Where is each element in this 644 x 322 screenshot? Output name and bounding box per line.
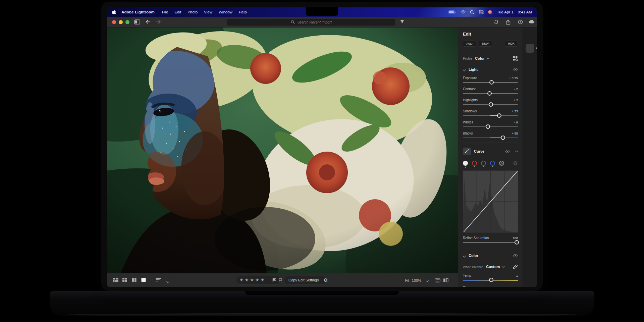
square-grid-view-icon[interactable]: [122, 277, 127, 282]
photo-grid-view-icon[interactable]: [113, 277, 119, 282]
menu-item-file[interactable]: File: [162, 10, 168, 14]
rail-keywords-icon[interactable]: [526, 263, 534, 272]
star-icon[interactable]: ★: [239, 276, 244, 284]
curve-reset-icon[interactable]: [513, 161, 518, 166]
curve-channel-red[interactable]: [472, 161, 477, 166]
slider-track[interactable]: [463, 138, 518, 138]
curve-collapse-chevron-icon[interactable]: [515, 149, 518, 152]
notifications-bell-icon[interactable]: [494, 19, 499, 24]
share-icon[interactable]: [506, 19, 511, 25]
slider-knob[interactable]: [489, 102, 493, 107]
close-window-button[interactable]: [112, 20, 116, 24]
light-collapse-chevron-icon[interactable]: [463, 68, 466, 71]
spotlight-search-icon[interactable]: [470, 10, 474, 14]
curve-channel-luma[interactable]: [463, 161, 468, 166]
rail-info-icon[interactable]: [526, 279, 534, 287]
siri-icon[interactable]: [488, 10, 492, 14]
mode-button-auto[interactable]: Auto: [463, 41, 476, 47]
menu-item-help[interactable]: Help: [239, 10, 247, 14]
rail-heal-icon[interactable]: [526, 70, 534, 79]
star-icon[interactable]: ★: [261, 276, 265, 284]
profile-browse-icon[interactable]: [513, 56, 518, 61]
tone-curve-graph[interactable]: [463, 170, 518, 233]
slider-track[interactable]: [463, 115, 518, 116]
zoom-level[interactable]: 100%: [412, 278, 421, 282]
curve-visibility-eye-icon[interactable]: [505, 150, 510, 153]
compare-view-icon[interactable]: [131, 277, 137, 282]
rail-more-icon[interactable]: [526, 108, 534, 117]
profile-chevron-icon[interactable]: [487, 56, 489, 59]
white-balance-dropdown[interactable]: Custom: [486, 265, 500, 269]
slider-track[interactable]: [463, 126, 518, 127]
zoom-chevron-icon[interactable]: [426, 279, 429, 282]
slider-knob[interactable]: [489, 80, 494, 85]
star-icon[interactable]: ★: [245, 276, 249, 284]
rail-crop-icon[interactable]: [526, 58, 534, 67]
light-visibility-eye-icon[interactable]: [513, 68, 518, 71]
slider-track[interactable]: [463, 93, 518, 94]
menu-item-view[interactable]: View: [204, 10, 212, 14]
star-rating[interactable]: ★★★★★: [236, 276, 268, 284]
cloud-sync-icon[interactable]: [529, 19, 535, 24]
sync-status-icon[interactable]: [518, 19, 523, 24]
curve-channel-blue[interactable]: [490, 161, 495, 166]
light-section-header[interactable]: Light: [463, 67, 518, 71]
filmstrip-toggle-icon[interactable]: [435, 278, 440, 282]
mode-button-bw[interactable]: B&W: [479, 41, 492, 47]
slider-knob[interactable]: [501, 136, 505, 140]
slider-track[interactable]: [463, 82, 518, 83]
menu-item-edit[interactable]: Edit: [174, 10, 181, 14]
sort-chevron-icon[interactable]: [166, 280, 169, 283]
white-balance-chevron-icon[interactable]: [502, 265, 504, 267]
menu-item-window[interactable]: Window: [219, 10, 232, 14]
curve-channel-parametric[interactable]: [499, 161, 504, 166]
rail-presets-icon[interactable]: [526, 32, 534, 41]
menu-item-photo[interactable]: Photo: [187, 10, 198, 14]
color-section-header[interactable]: Color: [463, 254, 518, 258]
curve-section-header[interactable]: Curve: [463, 148, 518, 155]
slider-knob[interactable]: [487, 91, 492, 96]
color-collapse-chevron-icon[interactable]: [463, 254, 466, 257]
sort-icon[interactable]: [156, 278, 161, 282]
slider-knob[interactable]: [486, 124, 490, 129]
menu-time[interactable]: 9:41 AM: [518, 10, 532, 14]
forward-button[interactable]: [156, 19, 162, 24]
apple-menu-icon[interactable]: [112, 10, 116, 15]
refine-saturation-knob[interactable]: [515, 240, 519, 245]
back-button[interactable]: [145, 19, 150, 24]
star-icon[interactable]: ★: [255, 276, 259, 284]
reject-flag-icon[interactable]: [279, 278, 282, 282]
mode-button-hdr[interactable]: HDR: [505, 41, 518, 47]
star-icon[interactable]: ★: [250, 276, 254, 284]
slider-knob[interactable]: [497, 113, 501, 118]
tone-curve-icon[interactable]: [463, 148, 471, 155]
rail-edit-icon[interactable]: [526, 44, 534, 53]
search-input[interactable]: Search Recent Import: [227, 19, 395, 25]
white-balance-eyedropper-icon[interactable]: [513, 264, 518, 269]
menu-date[interactable]: Tue Apr 1: [497, 10, 513, 14]
slider-track[interactable]: [463, 104, 518, 105]
profile-dropdown[interactable]: Color: [475, 56, 485, 60]
settings-gear-icon[interactable]: ⚙: [324, 277, 328, 283]
rail-versions-icon[interactable]: [526, 97, 534, 105]
zoom-fit-label[interactable]: Fit: [405, 278, 409, 282]
curve-channel-green[interactable]: [481, 161, 486, 166]
refine-saturation-track[interactable]: [463, 242, 518, 243]
battery-icon[interactable]: [448, 10, 456, 14]
minimize-window-button[interactable]: [119, 20, 123, 24]
slider-knob[interactable]: [489, 278, 493, 282]
pick-flag-icon[interactable]: [272, 278, 276, 282]
detail-view-icon[interactable]: [141, 277, 146, 282]
rail-comments-icon[interactable]: [526, 250, 534, 259]
rail-masking-icon[interactable]: [526, 82, 534, 91]
copy-edit-settings-button[interactable]: Copy Edit Settings: [284, 278, 319, 282]
slider-track[interactable]: [463, 280, 518, 281]
color-visibility-eye-icon[interactable]: [513, 254, 518, 258]
sidebar-toggle-icon[interactable]: [134, 19, 140, 24]
wifi-icon[interactable]: [461, 10, 466, 14]
app-name[interactable]: Adobe Lightroom: [121, 10, 155, 14]
before-after-view-icon[interactable]: [443, 278, 448, 282]
zoom-window-button[interactable]: [125, 20, 129, 24]
filter-icon[interactable]: [400, 19, 405, 24]
control-center-icon[interactable]: [479, 10, 484, 14]
